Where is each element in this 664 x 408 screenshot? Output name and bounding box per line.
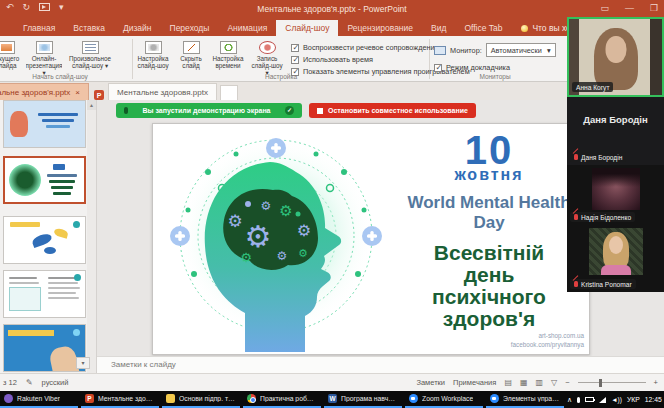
record-slideshow-button[interactable]: Запись слайд-шоу ▾ bbox=[249, 39, 285, 76]
taskbar-item-viber[interactable]: Rakuten Viber bbox=[0, 391, 78, 408]
participant-photo bbox=[589, 228, 643, 275]
taskbar-item-doc[interactable]: Основи підпр. та уп... bbox=[162, 391, 240, 408]
checkbox-icon bbox=[434, 64, 442, 72]
ribbon-options-icon[interactable]: ▭ bbox=[600, 3, 609, 13]
svg-text:⚙: ⚙ bbox=[240, 250, 252, 265]
taskbar-item-chrome[interactable]: Практична робота ... bbox=[243, 391, 321, 408]
participant-video-anna[interactable]: Анна Когут bbox=[567, 17, 664, 97]
setup-slideshow-button[interactable]: Настройка слайд-шоу bbox=[133, 39, 173, 76]
monitor-dropdown[interactable]: Автоматически ▾ bbox=[486, 43, 556, 57]
doc-tab-active[interactable]: альне здоров'я.pptx × bbox=[0, 83, 89, 100]
normal-view-icon[interactable]: ▤ bbox=[504, 378, 512, 387]
online-presentation-button[interactable]: Онлайн-презентация ▾ bbox=[26, 39, 62, 76]
status-bar: з 12 ✎ русский Заметки Примечания ▤ ▦ ▥ … bbox=[0, 373, 664, 391]
language-tray[interactable]: УКР bbox=[627, 396, 640, 403]
network-icon[interactable] bbox=[599, 397, 606, 403]
notes-pane[interactable]: Заметки к слайду bbox=[97, 356, 664, 373]
close-icon[interactable]: × bbox=[75, 88, 80, 97]
clock: 12:45 bbox=[645, 396, 662, 403]
notes-toggle[interactable]: Заметки bbox=[416, 378, 445, 387]
tab-view[interactable]: Вид bbox=[422, 20, 455, 36]
online-presentation-icon bbox=[36, 41, 53, 54]
tray-mic-icon[interactable] bbox=[577, 397, 580, 403]
document-icon bbox=[166, 394, 175, 403]
slide-thumbnail-5[interactable] bbox=[3, 324, 86, 372]
tab-home[interactable]: Главная bbox=[14, 20, 64, 36]
tab-review[interactable]: Рецензирование bbox=[338, 20, 422, 36]
language-indicator[interactable]: русский bbox=[42, 378, 69, 387]
svg-text:⚙: ⚙ bbox=[227, 211, 242, 231]
slide-sorter-icon[interactable]: ▦ bbox=[520, 378, 528, 387]
participant-photo bbox=[592, 168, 640, 210]
doc-tab-2[interactable]: Ментальне здоровя.pptx bbox=[108, 83, 217, 100]
new-doc-tab-button[interactable] bbox=[220, 85, 238, 100]
group-label-setup: Настройка bbox=[133, 73, 429, 80]
setup-slideshow-icon bbox=[145, 41, 162, 54]
battery-icon[interactable] bbox=[585, 397, 594, 402]
ink-pen-icon[interactable]: ✎ bbox=[26, 378, 33, 387]
taskbar-item-zoom[interactable]: Zoom Workplace bbox=[405, 391, 483, 408]
monitor-label: Монитор: bbox=[450, 46, 482, 55]
group-label-start: Начать слайд-шоу bbox=[0, 73, 132, 80]
document-tab-bar: альне здоров'я.pptx × P Ментальне здоров… bbox=[0, 82, 664, 100]
slide-title-ukrainian: Всесвітній день психічного здоров'я bbox=[414, 242, 564, 330]
custom-slideshow-icon bbox=[82, 41, 99, 54]
participant-tile-nadiya[interactable]: Надія Бідоленко bbox=[567, 165, 664, 225]
slide-thumbnail-panel: ▲ bbox=[0, 100, 97, 373]
scroll-up-icon[interactable]: ▲ bbox=[87, 100, 96, 110]
participant-tile-danya[interactable]: Даня Бородін Даня Бородін bbox=[567, 97, 664, 165]
zoom-in-button[interactable]: + bbox=[654, 378, 658, 387]
rehearse-timings-button[interactable]: Настройка времени bbox=[209, 39, 247, 76]
powerpoint-title-bar: ↶ ↻ ▾ Ментальне здоров'я.pptx - PowerPoi… bbox=[0, 0, 664, 20]
comments-toggle[interactable]: Примечания bbox=[453, 378, 496, 387]
zoom-slider[interactable] bbox=[578, 382, 646, 383]
checkbox-icon bbox=[291, 56, 299, 64]
minimize-icon[interactable]: — bbox=[625, 3, 634, 13]
video-call-panel[interactable]: Анна Когут Даня Бородін Даня Бородін Над… bbox=[567, 17, 664, 292]
muted-mic-icon bbox=[574, 154, 578, 160]
slideshow-view-icon[interactable]: ▽ bbox=[551, 378, 557, 387]
tab-office-tab[interactable]: Office Tab bbox=[455, 20, 511, 36]
slide-thumbnail-2-selected[interactable] bbox=[3, 156, 86, 204]
custom-slideshow-button[interactable]: Произвольное слайд-шоу ▾ bbox=[64, 39, 116, 76]
medical-cross-badge bbox=[266, 138, 286, 158]
record-slideshow-icon bbox=[259, 41, 276, 54]
hide-slide-button[interactable]: Скрыть слайд bbox=[175, 39, 207, 76]
reading-view-icon[interactable]: ▥ bbox=[536, 378, 544, 387]
volume-icon[interactable]: ◄)) bbox=[611, 396, 622, 403]
group-monitors: Монитор: Автоматически ▾ Режим докладчик… bbox=[430, 36, 560, 81]
monitor-icon bbox=[434, 46, 446, 55]
tab-animations[interactable]: Анимация bbox=[218, 20, 276, 36]
zoom-slider-thumb[interactable] bbox=[599, 379, 602, 387]
taskbar-item-zoom-controls[interactable]: Элементы управле... bbox=[486, 391, 564, 408]
slide-thumbnail-1[interactable] bbox=[3, 100, 86, 148]
participant-tile-kristina[interactable]: Kristina Ponomar bbox=[567, 225, 664, 292]
taskbar-item-word[interactable]: W Програма навчаль... bbox=[324, 391, 402, 408]
chrome-icon bbox=[247, 394, 256, 403]
stop-sharing-button[interactable]: Остановить совместное использование bbox=[309, 103, 476, 118]
tab-design[interactable]: Дизайн bbox=[114, 20, 161, 36]
thumbnail-scrollbar[interactable]: ▲ bbox=[87, 100, 96, 373]
ppt-pin-icon[interactable]: P bbox=[94, 90, 104, 100]
muted-mic-icon bbox=[574, 214, 578, 220]
svg-text:⚙: ⚙ bbox=[298, 247, 308, 260]
tab-slideshow[interactable]: Слайд-шоу bbox=[276, 20, 338, 36]
tray-expand-icon[interactable]: ∧ bbox=[567, 396, 572, 404]
collapse-notes-icon[interactable]: ▾ bbox=[76, 357, 90, 369]
slide-thumbnail-4[interactable] bbox=[3, 270, 86, 318]
participant-avatar bbox=[605, 36, 626, 63]
zoom-app-icon bbox=[490, 394, 499, 403]
from-current-slide-button[interactable]: текущего слайда bbox=[0, 39, 24, 76]
tab-transitions[interactable]: Переходы bbox=[161, 20, 219, 36]
group-start-slideshow: текущего слайда Онлайн-презентация ▾ Про… bbox=[0, 36, 132, 81]
zoom-out-button[interactable]: − bbox=[565, 378, 569, 387]
taskbar-item-powerpoint[interactable]: P Ментальне здоров'... bbox=[81, 391, 159, 408]
viber-icon bbox=[4, 394, 13, 403]
desktop-screen: ↶ ↻ ▾ Ментальне здоров'я.pptx - PowerPoi… bbox=[0, 0, 664, 408]
slide-thumbnail-3[interactable] bbox=[3, 216, 86, 264]
restore-icon[interactable]: ❐ bbox=[650, 3, 658, 13]
tab-insert[interactable]: Вставка bbox=[64, 20, 114, 36]
checkbox-presenter-view[interactable]: Режим докладчика bbox=[434, 63, 560, 72]
zoom-app-icon bbox=[409, 394, 418, 403]
screen-sharing-banner: Вы запустили демонстрацию экрана ✓ bbox=[116, 103, 302, 118]
